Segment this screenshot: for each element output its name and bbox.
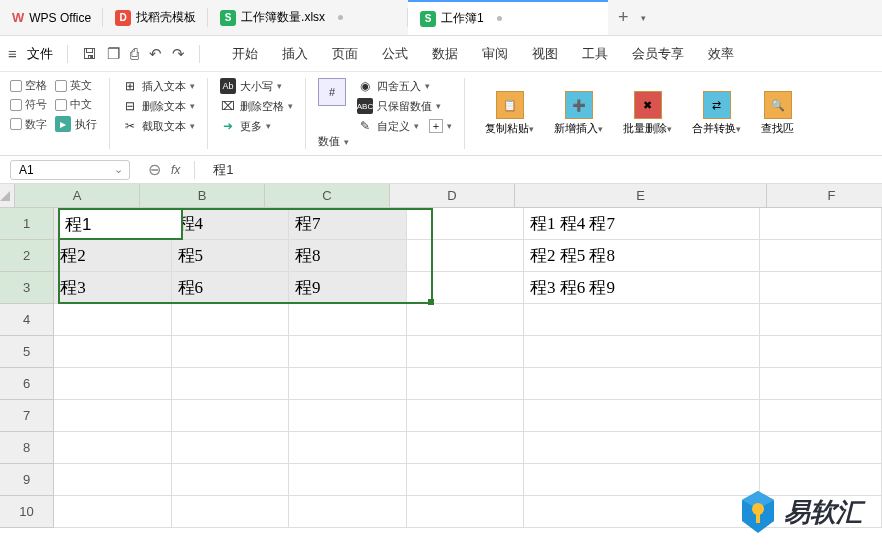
undo-icon[interactable]: ↶ (149, 45, 162, 63)
ribbon-tab-eff[interactable]: 效率 (708, 45, 734, 63)
copy-icon[interactable]: ❐ (107, 45, 120, 63)
cell-E5[interactable] (524, 336, 760, 368)
more-button[interactable]: ➜更多▾ (220, 118, 293, 134)
row-header-7[interactable]: 7 (0, 400, 54, 432)
cell-D5[interactable] (407, 336, 524, 368)
formula-input[interactable]: 程1 (213, 161, 233, 179)
cell-A9[interactable] (54, 464, 171, 496)
insert-text-button[interactable]: ⊞插入文本▾ (122, 78, 195, 94)
select-all-corner[interactable] (0, 184, 15, 208)
cell-B6[interactable] (172, 368, 289, 400)
col-header-F[interactable]: F (767, 184, 882, 208)
row-header-6[interactable]: 6 (0, 368, 54, 400)
cell-F2[interactable] (760, 240, 882, 272)
ribbon-tab-data[interactable]: 数据 (432, 45, 458, 63)
fx-icon[interactable]: fx (171, 163, 180, 177)
cell-A7[interactable] (54, 400, 171, 432)
tab-template[interactable]: D 找稻壳模板 (103, 0, 208, 35)
cell-C9[interactable] (289, 464, 406, 496)
cell-C1[interactable]: 程7 (289, 208, 406, 240)
row-header-10[interactable]: 10 (0, 496, 54, 528)
cell-E9[interactable] (524, 464, 760, 496)
round-button[interactable]: ◉四舍五入▾ (357, 78, 452, 94)
hamburger-icon[interactable]: ≡ (8, 45, 17, 62)
chk-symbol[interactable]: 符号 (10, 97, 47, 112)
cell-F5[interactable] (760, 336, 882, 368)
copy-paste-button[interactable]: 📋复制粘贴▾ (477, 78, 542, 149)
new-insert-button[interactable]: ➕新增插入▾ (546, 78, 611, 149)
ribbon-tab-view[interactable]: 视图 (532, 45, 558, 63)
ribbon-tab-formula[interactable]: 公式 (382, 45, 408, 63)
cell-F4[interactable] (760, 304, 882, 336)
cell-C4[interactable] (289, 304, 406, 336)
cell-A1[interactable]: 程1 (54, 208, 171, 240)
keep-number-button[interactable]: ABC只保留数值▾ (357, 98, 452, 114)
row-header-4[interactable]: 4 (0, 304, 54, 336)
cell-C6[interactable] (289, 368, 406, 400)
cell-B7[interactable] (172, 400, 289, 432)
chk-chinese[interactable]: 中文 (55, 97, 92, 112)
cell-E3[interactable]: 程3 程6 程9 (524, 272, 760, 304)
cell-B3[interactable]: 程6 (172, 272, 289, 304)
ribbon-tab-review[interactable]: 审阅 (482, 45, 508, 63)
col-header-C[interactable]: C (265, 184, 390, 208)
cell-B2[interactable]: 程5 (172, 240, 289, 272)
cell-D2[interactable] (407, 240, 524, 272)
value-button[interactable]: 数值▾ (318, 134, 349, 149)
ribbon-tab-page[interactable]: 页面 (332, 45, 358, 63)
cell-C7[interactable] (289, 400, 406, 432)
col-header-A[interactable]: A (15, 184, 140, 208)
tab-workbook-1[interactable]: S 工作簿1 (408, 0, 608, 35)
cell-A8[interactable] (54, 432, 171, 464)
name-box[interactable]: A1 (10, 160, 130, 180)
tab-workbook-count[interactable]: S 工作簿数量.xlsx (208, 0, 408, 35)
row-header-8[interactable]: 8 (0, 432, 54, 464)
ribbon-tab-vip[interactable]: 会员专享 (632, 45, 684, 63)
chk-blank[interactable]: 空格 (10, 78, 47, 93)
cell-F7[interactable] (760, 400, 882, 432)
redo-icon[interactable]: ↷ (172, 45, 185, 63)
cell-B5[interactable] (172, 336, 289, 368)
row-header-5[interactable]: 5 (0, 336, 54, 368)
chk-number[interactable]: 数字 (10, 117, 47, 132)
cell-E4[interactable] (524, 304, 760, 336)
cell-C5[interactable] (289, 336, 406, 368)
cell-E10[interactable] (524, 496, 760, 528)
batch-delete-button[interactable]: ✖批量删除▾ (615, 78, 680, 149)
save-icon[interactable]: 🖫 (82, 45, 97, 62)
cell-F3[interactable] (760, 272, 882, 304)
cell-D4[interactable] (407, 304, 524, 336)
cell-C10[interactable] (289, 496, 406, 528)
col-header-B[interactable]: B (140, 184, 265, 208)
delete-space-button[interactable]: ⌧删除空格▾ (220, 98, 293, 114)
cell-D6[interactable] (407, 368, 524, 400)
ribbon-tab-insert[interactable]: 插入 (282, 45, 308, 63)
cell-D10[interactable] (407, 496, 524, 528)
custom-button[interactable]: ✎自定义▾+▾ (357, 118, 452, 134)
ribbon-tab-tools[interactable]: 工具 (582, 45, 608, 63)
cell-B1[interactable]: 程4 (172, 208, 289, 240)
cell-E2[interactable]: 程2 程5 程8 (524, 240, 760, 272)
cell-E8[interactable] (524, 432, 760, 464)
cell-A2[interactable]: 程2 (54, 240, 171, 272)
cell-E6[interactable] (524, 368, 760, 400)
file-menu[interactable]: 文件 (27, 45, 53, 63)
print-icon[interactable]: ⎙ (130, 45, 139, 62)
row-header-9[interactable]: 9 (0, 464, 54, 496)
col-header-D[interactable]: D (390, 184, 515, 208)
plus-button[interactable]: + (429, 119, 443, 133)
cell-D1[interactable] (407, 208, 524, 240)
cell-D9[interactable] (407, 464, 524, 496)
chk-english[interactable]: 英文 (55, 78, 92, 93)
exec-button[interactable]: ▸执行 (55, 116, 97, 132)
cell-A3[interactable]: 程3 (54, 272, 171, 304)
row-header-2[interactable]: 2 (0, 240, 54, 272)
cell-D7[interactable] (407, 400, 524, 432)
find-match-button[interactable]: 🔍查找匹 (753, 78, 802, 149)
cell-F6[interactable] (760, 368, 882, 400)
row-header-1[interactable]: 1 (0, 208, 54, 240)
col-header-E[interactable]: E (515, 184, 767, 208)
cell-B8[interactable] (172, 432, 289, 464)
extract-text-button[interactable]: ✂截取文本▾ (122, 118, 195, 134)
cell-A10[interactable] (54, 496, 171, 528)
